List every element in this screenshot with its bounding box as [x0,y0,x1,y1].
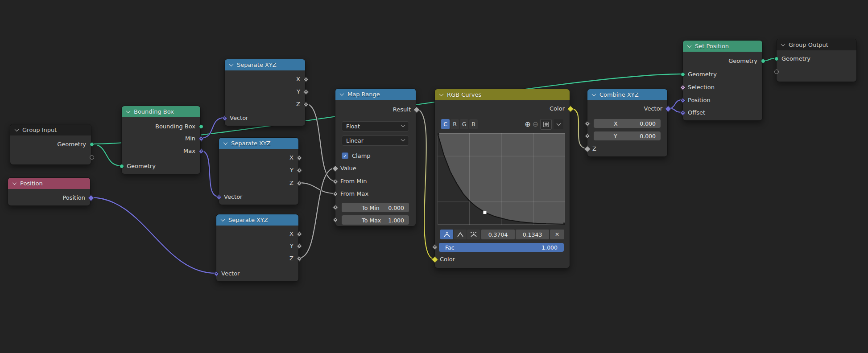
node-set-position[interactable]: Set PositionGeometryGeometrySelectionPos… [682,40,763,121]
curve-widget[interactable] [438,133,565,225]
socket-bounding-box-in[interactable] [120,164,124,168]
checkbox-label: Clamp [352,152,371,159]
socket-label: Selection [688,83,757,91]
virtual-socket[interactable] [90,155,94,160]
node-header[interactable]: RGB Curves [435,89,570,100]
handle-auto-clamped-button[interactable] [467,230,480,239]
to-max-field[interactable]: To Max1.000 [342,215,409,225]
channel-c-button[interactable]: C [441,119,450,129]
collapse-chevron-icon[interactable] [592,92,596,96]
socket-group-input-out[interactable] [90,142,94,147]
socket-bounding-box-out[interactable] [199,124,203,129]
collapse-chevron-icon[interactable] [687,43,692,48]
socket-label: Vector [230,114,300,122]
to-min-field[interactable]: To Min0.000 [342,203,409,212]
socket-set-position-in[interactable] [681,72,685,77]
socket-set-position-out[interactable] [761,59,765,63]
zoom-out-icon[interactable]: ⊖ [533,121,538,128]
collapse-chevron-icon[interactable] [229,62,234,66]
node-header[interactable]: Map Range [335,89,416,100]
x-field[interactable]: X0.000 [594,119,661,128]
chevron-down-icon [401,137,405,142]
channel-g-button[interactable]: G [460,119,468,129]
clip-square-icon [543,122,549,127]
point-y-field[interactable]: 0.1343 [516,230,549,239]
node-position[interactable]: PositionPosition [8,177,91,206]
node-header[interactable]: Bounding Box [122,106,200,117]
socket-label: Geometry [127,162,195,170]
socket-label: X [230,75,300,83]
chevron-down-icon [401,123,405,127]
channel-b-button[interactable]: B [469,119,478,129]
handle-vector-button[interactable] [454,230,467,239]
node-header[interactable]: Separate XYZ [225,59,305,70]
node-bounding-box[interactable]: Bounding BoxBounding BoxMinMaxGeometry [121,106,201,174]
node-header[interactable]: Group Input [10,124,91,135]
clipping-options-button[interactable] [540,119,552,130]
zoom-in-icon[interactable]: ⊕ [525,121,530,128]
socket-label: Z [592,145,662,153]
socket-label: Geometry [688,57,757,65]
dropdown-value: Linear [346,137,364,144]
node-header[interactable]: Position [8,178,90,189]
node-header[interactable]: Combine XYZ [587,89,667,100]
node-editor-canvas[interactable]: Group InputGeometryPositionPositionBound… [0,0,868,353]
collapse-chevron-icon[interactable] [221,217,225,222]
collapse-chevron-icon[interactable] [340,91,344,96]
collapse-chevron-icon[interactable] [12,181,17,185]
node-group-output[interactable]: Group OutputGeometry [776,39,857,82]
collapse-chevron-icon[interactable] [15,127,19,131]
wire-group-input-to-bounding-box [91,144,121,166]
node-title: RGB Curves [447,91,481,98]
collapse-chevron-icon[interactable] [223,140,228,145]
node-rgb-curves[interactable]: RGB CurvesColorCRGB⊕⊖0.37040.1343✕Fac1.0… [434,89,570,268]
socket-label: From Max [340,190,411,198]
field-value: 0.000 [388,204,404,211]
field-value: 0.000 [640,120,656,127]
node-map-range[interactable]: Map RangeResultFloatLinear✓ClampValueFro… [335,88,416,226]
socket-label: Y [224,166,293,174]
node-header[interactable]: Separate XYZ [219,138,298,149]
collapse-chevron-icon[interactable] [439,92,444,96]
point-x-field[interactable]: 0.3704 [481,230,515,239]
channel-r-button[interactable]: R [451,119,459,129]
collapse-chevron-icon[interactable] [126,109,131,113]
clamp-checkbox[interactable]: ✓Clamp [342,152,371,160]
socket-label: Vector [592,105,662,113]
socket-label: Z [224,179,293,187]
node-title: Combine XYZ [599,91,639,98]
checkbox-check-icon[interactable]: ✓ [342,152,348,159]
fac-slider[interactable]: Fac1.000 [439,243,564,252]
node-header[interactable]: Group Output [777,39,856,50]
selected-curve-point[interactable] [483,211,486,214]
node-header[interactable]: Separate XYZ [216,214,298,226]
interpolation-dropdown[interactable]: Linear [342,135,409,146]
clip-circle-icon [545,123,548,126]
handle-auto-button[interactable] [440,230,453,239]
socket-label: Max [127,147,195,155]
tools-dropdown-icon[interactable] [554,119,563,129]
node-combine-xyz[interactable]: Combine XYZVectorX0.000Y0.000Z [587,89,668,157]
y-field[interactable]: Y0.000 [594,131,661,140]
socket-label: Geometry [781,55,851,63]
collapse-chevron-icon[interactable] [781,42,785,46]
socket-label: Value [340,164,411,172]
node-separate-xyz-2[interactable]: Separate XYZXYZVector [219,137,299,205]
socket-label: Position [13,194,85,202]
data-type-dropdown[interactable]: Float [342,121,409,131]
node-group-input[interactable]: Group InputGeometry [10,124,91,165]
virtual-socket[interactable] [774,70,779,74]
node-header[interactable]: Set Position [683,41,762,52]
socket-label: Z [221,254,293,263]
socket-label: Vector [224,193,293,201]
delete-point-button[interactable]: ✕ [550,230,564,239]
socket-label: Y [221,242,293,250]
node-separate-xyz-3[interactable]: Separate XYZXYZVector [216,214,299,282]
socket-group-output-in[interactable] [774,57,779,61]
socket-label: Y [230,88,300,96]
socket-label: Bounding Box [127,123,195,131]
chevron-down-icon [556,121,561,126]
field-value: 0.000 [640,133,656,140]
curve-tools: ⊕⊖ [525,119,563,130]
node-separate-xyz-1[interactable]: Separate XYZXYZVector [224,59,306,126]
